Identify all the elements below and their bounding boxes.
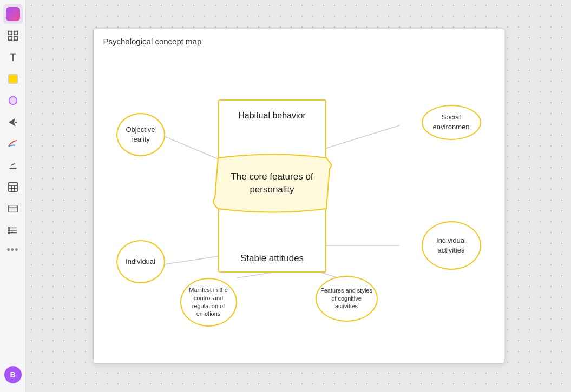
sticky-tool[interactable] [3,69,23,89]
svg-rect-11 [8,183,17,192]
sidebar: ••• B [0,0,26,392]
svg-rect-6 [8,75,17,84]
svg-rect-1 [14,31,17,35]
svg-line-26 [326,125,399,148]
stable-attitudes-label: Stable attitudes [218,253,326,264]
brand-logo[interactable] [3,4,23,24]
more-tools[interactable]: ••• [7,244,19,256]
svg-line-10 [11,163,15,165]
user-avatar[interactable]: B [4,366,22,383]
svg-point-22 [8,230,10,231]
svg-point-23 [8,232,10,234]
svg-line-25 [164,256,218,264]
objective-reality-oval: Objective reality [116,113,165,156]
sidebar-bottom: B [4,366,22,388]
shape-tool[interactable] [3,91,23,110]
manifest-oval: Manifest in the control and regulation o… [180,278,237,327]
svg-rect-0 [8,31,11,35]
arrow-tool[interactable] [3,112,23,132]
svg-rect-3 [14,37,17,40]
text-tool[interactable] [3,48,23,67]
svg-line-24 [164,136,218,159]
svg-rect-16 [8,205,17,212]
canvas[interactable]: Psychological concept map Habitual behav… [93,29,504,364]
habitual-behavior-label: Habitual behavior [218,110,326,122]
social-environment-oval: Social environmen [422,105,481,140]
svg-line-28 [237,273,272,278]
main-canvas-area: Psychological concept map Habitual behav… [26,0,571,392]
svg-point-21 [8,227,10,229]
frame-tool[interactable] [3,26,23,45]
eraser-tool[interactable] [3,156,23,175]
core-features-text: The core features of personality [212,154,333,213]
table-tool[interactable] [3,177,23,197]
list-tool[interactable] [3,221,23,240]
individual-activities-oval: Individual activities [422,221,481,270]
central-shape: Habitual behavior The core features of p… [218,99,326,273]
pen-tool[interactable] [3,134,23,154]
card-tool[interactable] [3,199,23,218]
svg-point-7 [9,97,17,105]
features-styles-oval: Features and styles of cognitive activit… [316,276,378,322]
individual-oval: Individual [116,240,165,283]
canvas-title: Psychological concept map [103,37,202,46]
core-features-banner: The core features of personality [212,154,333,213]
svg-rect-2 [8,37,11,40]
